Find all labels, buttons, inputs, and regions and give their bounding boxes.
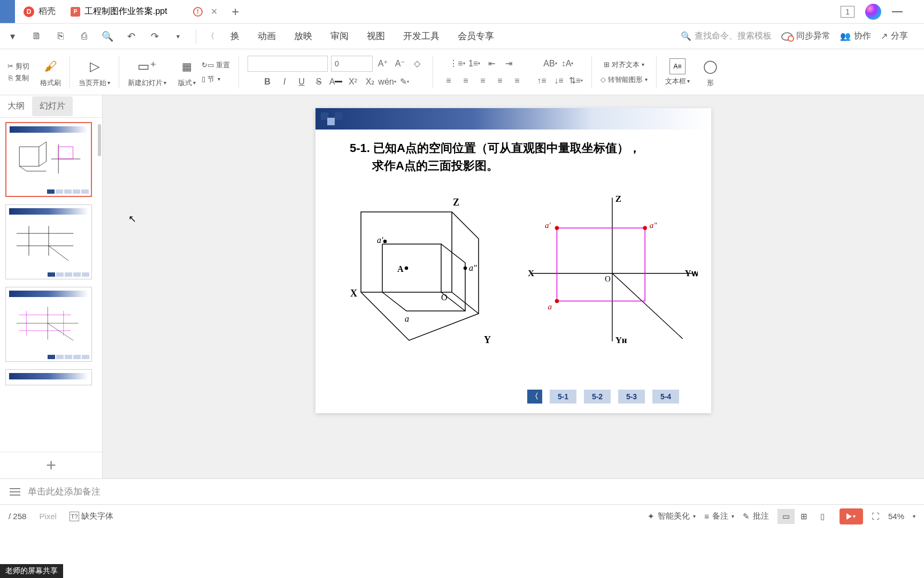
zoom-dropdown-icon[interactable]: ▾ bbox=[913, 513, 915, 519]
ribbon-layout[interactable]: ▦ 版式▾ bbox=[177, 57, 196, 88]
ribbon-new-slide[interactable]: ▭⁺ 新建幻灯片▾ bbox=[124, 57, 171, 88]
menu-tab-slideshow[interactable]: 放映 bbox=[286, 24, 321, 49]
tab-slides[interactable]: 幻灯片 bbox=[32, 96, 73, 116]
menu-tab-review[interactable]: 审阅 bbox=[322, 24, 357, 49]
clear-format-icon[interactable]: ◇ bbox=[410, 57, 424, 71]
svg-text:Yн: Yн bbox=[615, 335, 627, 345]
add-slide-button[interactable]: + bbox=[0, 452, 102, 478]
line-space-up-icon[interactable]: ↑≡ bbox=[535, 74, 549, 88]
new-tab-button[interactable]: + bbox=[224, 0, 247, 23]
redo-icon[interactable]: ↷ bbox=[144, 26, 165, 47]
nav-back-button[interactable]: 〈 bbox=[527, 390, 542, 404]
reading-view-icon[interactable]: ▯ bbox=[814, 509, 831, 524]
print-preview-icon[interactable]: 🔍 bbox=[97, 26, 118, 47]
thumbnail-1[interactable] bbox=[5, 122, 92, 197]
fit-button[interactable]: ⛶ bbox=[872, 512, 880, 521]
decrease-font-icon[interactable]: A⁻ bbox=[393, 57, 407, 71]
search-placeholder: 查找命令、搜索模板 bbox=[695, 31, 772, 42]
char-case-icon[interactable]: AB▾ bbox=[543, 57, 557, 71]
align-justify-icon[interactable]: ≡ bbox=[493, 74, 507, 88]
thumbnail-4[interactable] bbox=[5, 369, 92, 385]
svg-text:a″: a″ bbox=[650, 221, 658, 230]
underline-icon[interactable]: U bbox=[295, 75, 309, 89]
close-tab-icon[interactable]: × bbox=[211, 5, 218, 18]
menu-tab-vip[interactable]: 会员专享 bbox=[449, 24, 503, 49]
bullets-icon[interactable]: ⋮≡▾ bbox=[450, 57, 464, 71]
copy-button[interactable]: ⎘复制 bbox=[9, 73, 29, 83]
menu-tab-view[interactable]: 视图 bbox=[358, 24, 394, 49]
nav-button-5-3[interactable]: 5-3 bbox=[618, 390, 645, 404]
phonetic-icon[interactable]: wén▾ bbox=[380, 75, 394, 89]
align-center-icon[interactable]: ≡ bbox=[459, 74, 473, 88]
bold-icon[interactable]: B bbox=[260, 75, 274, 89]
ribbon-textbox[interactable]: A≡ 文本框▾ bbox=[661, 58, 694, 86]
distribute-icon[interactable]: ≡ bbox=[510, 74, 524, 88]
tab-outline[interactable]: 大纲 bbox=[0, 96, 32, 116]
convert-smart-button[interactable]: ◇转智能图形▾ bbox=[600, 75, 648, 85]
file-tab[interactable]: P 工程制图作业答案.ppt ! × bbox=[64, 0, 224, 23]
user-avatar[interactable] bbox=[865, 4, 881, 20]
thumbnails-list[interactable] bbox=[0, 118, 102, 452]
font-color-icon[interactable]: A bbox=[329, 75, 343, 89]
tab-count[interactable]: 1 bbox=[841, 6, 854, 18]
font-family-select[interactable] bbox=[248, 56, 328, 72]
nav-button-5-2[interactable]: 5-2 bbox=[584, 390, 611, 404]
menu-tab-animation[interactable]: 动画 bbox=[249, 24, 284, 49]
italic-icon[interactable]: I bbox=[278, 75, 291, 89]
share-button[interactable]: ↗ 分享 bbox=[881, 31, 908, 42]
menu-tab-devtools[interactable]: 开发工具 bbox=[395, 24, 448, 49]
line-space-down-icon[interactable]: ↓≡ bbox=[552, 74, 566, 88]
ribbon-format-painter[interactable]: 🖌 格式刷 bbox=[36, 57, 65, 88]
line-spacing-icon[interactable]: ⇅≡▾ bbox=[569, 74, 583, 88]
docer-tab[interactable]: D 稻壳 bbox=[15, 0, 64, 23]
numbering-icon[interactable]: 1≡▾ bbox=[467, 57, 481, 71]
save-as-icon[interactable]: ⎘ bbox=[50, 26, 71, 47]
menu-back-icon[interactable]: 〈 bbox=[201, 26, 221, 47]
slideshow-button[interactable]: ▾ bbox=[840, 508, 863, 524]
panel-scrollbar[interactable] bbox=[98, 124, 101, 156]
ribbon-shapes[interactable]: ◯ 形 bbox=[696, 57, 724, 88]
sorter-view-icon[interactable]: ⊞ bbox=[796, 509, 813, 524]
align-text-button[interactable]: ⊞对齐文本▾ bbox=[604, 60, 644, 70]
command-search[interactable]: 🔍 查找命令、搜索模板 bbox=[681, 31, 772, 42]
zoom-level[interactable]: 54% bbox=[888, 512, 904, 521]
notes-bar[interactable]: 单击此处添加备注 bbox=[0, 478, 924, 504]
normal-view-icon[interactable]: ▭ bbox=[777, 509, 795, 524]
nav-button-5-4[interactable]: 5-4 bbox=[652, 390, 679, 404]
ribbon-play-from[interactable]: ▷ 当页开始▾ bbox=[74, 57, 114, 88]
font-warning-icon: T? bbox=[70, 512, 79, 521]
menu-tab-switch[interactable]: 换 bbox=[222, 24, 248, 49]
align-right-icon[interactable]: ≡ bbox=[476, 74, 490, 88]
comments-button[interactable]: ✎批注 bbox=[743, 511, 769, 521]
superscript-icon[interactable]: X² bbox=[346, 75, 360, 89]
slide-editor[interactable]: ↖ 5-1. 已知A点的空间位置（可从直观图中量取坐标值）， 求作A点的三面投影… bbox=[103, 95, 924, 478]
collab-button[interactable]: 👥 协作 bbox=[840, 31, 871, 42]
increase-indent-icon[interactable]: ⇥ bbox=[502, 57, 515, 71]
subscript-icon[interactable]: X₂ bbox=[363, 75, 377, 89]
align-left-icon[interactable]: ≡ bbox=[442, 74, 456, 88]
missing-font-button[interactable]: T? 缺失字体 bbox=[70, 511, 113, 521]
qa-more-icon[interactable]: ▾ bbox=[168, 26, 188, 47]
window-minimize-icon[interactable] bbox=[892, 11, 903, 12]
thumbnail-2[interactable] bbox=[5, 204, 92, 279]
undo-icon[interactable]: ↶ bbox=[121, 26, 141, 47]
strike-icon[interactable]: S bbox=[312, 75, 326, 89]
section-button[interactable]: ▯节▾ bbox=[202, 74, 230, 84]
smart-beautify-button[interactable]: ✦智能美化▾ bbox=[648, 511, 696, 521]
reset-button[interactable]: ↻▭重置 bbox=[202, 60, 230, 70]
nav-button-5-1[interactable]: 5-1 bbox=[550, 390, 576, 404]
file-warning-icon[interactable]: ! bbox=[193, 7, 203, 17]
save-icon[interactable]: 🗎 bbox=[27, 26, 47, 47]
print-icon[interactable]: ⎙ bbox=[74, 26, 94, 47]
font-size-select[interactable] bbox=[331, 56, 373, 72]
decrease-indent-icon[interactable]: ⇤ bbox=[484, 57, 498, 71]
sync-status[interactable]: 同步异常 bbox=[781, 31, 830, 42]
cut-button[interactable]: ✂剪切 bbox=[7, 62, 29, 71]
increase-font-icon[interactable]: A⁺ bbox=[376, 57, 390, 71]
thumbnail-3[interactable] bbox=[5, 287, 92, 362]
text-direction-icon[interactable]: ↕A▾ bbox=[560, 57, 574, 71]
highlight-icon[interactable]: ✎▾ bbox=[397, 75, 411, 89]
slide-canvas[interactable]: 5-1. 已知A点的空间位置（可从直观图中量取坐标值）， 求作A点的三面投影图。 bbox=[315, 108, 711, 413]
menu-dropdown-icon[interactable]: ▾ bbox=[2, 26, 22, 47]
notes-toggle-button[interactable]: ≡备注▾ bbox=[704, 511, 734, 521]
